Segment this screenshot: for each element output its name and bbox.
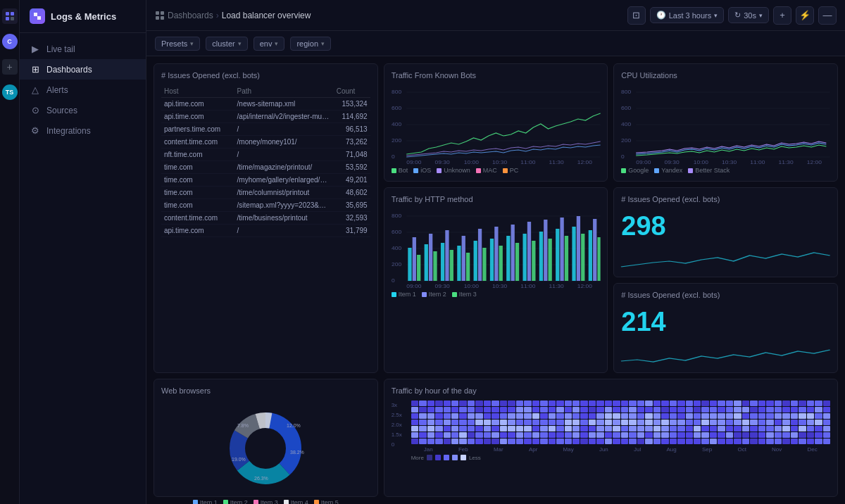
heatmap-cell	[427, 407, 434, 412]
heatmap-cell	[710, 407, 717, 412]
breadcrumb-dashboards-link[interactable]: Dashboards	[168, 11, 213, 20]
table-row[interactable]: api.time.com / 31,799	[161, 225, 370, 237]
svg-text:11:00: 11:00	[751, 159, 766, 165]
heatmap-cell	[701, 401, 708, 406]
heatmap-cell	[823, 432, 830, 438]
sidebar-item-alerts[interactable]: △ Alerts	[20, 80, 146, 100]
heatmap-cell	[419, 420, 426, 425]
hourly-panel: Traffic by hour of the day 3x 2.5x 2.0x …	[384, 379, 838, 497]
table-row[interactable]: time.com /time/magazine/printout/ 53,592	[161, 161, 370, 174]
heatmap-cell	[621, 420, 628, 425]
heatmap-cell	[444, 413, 451, 419]
svg-text:09:30: 09:30	[665, 159, 680, 165]
heatmap-cell	[444, 426, 451, 431]
heatmap-cell	[484, 426, 491, 431]
svg-text:09:00: 09:00	[637, 159, 652, 165]
heatmap-cell	[807, 432, 814, 438]
rail-avatar-ts[interactable]: TS	[2, 84, 18, 100]
table-row[interactable]: api.time.com /api/internal/v2/ingester-m…	[161, 111, 370, 123]
svg-text:0: 0	[392, 277, 395, 284]
svg-rect-53	[412, 237, 415, 281]
cluster-filter[interactable]: cluster ▾	[206, 37, 247, 51]
table-row[interactable]: time.com /time/columnist/printout 48,602	[161, 187, 370, 199]
presets-filter[interactable]: Presets ▾	[155, 37, 200, 51]
heatmap-cell	[799, 401, 806, 406]
svg-text:10:00: 10:00	[463, 159, 479, 165]
heatmap-cell	[580, 420, 587, 425]
table-row[interactable]: partners.time.com / 96,513	[161, 123, 370, 136]
big-num-1-title: # Issues Opened (excl. bots)	[621, 195, 830, 203]
heatmap-cell	[637, 432, 644, 438]
big-num-1-value: 298	[621, 212, 830, 241]
heatmap-cell	[492, 439, 499, 444]
bots-chart: 800 600 400 200 0	[392, 85, 601, 164]
table-row[interactable]: time.com /sitemap.xml?yyyy=2023&mm... 35…	[161, 199, 370, 212]
svg-text:7.8%: 7.8%	[237, 423, 249, 428]
heatmap-cell	[411, 420, 418, 425]
heatmap-cell	[500, 426, 507, 431]
heatmap-cell	[549, 401, 556, 406]
heatmap-cell	[475, 426, 482, 431]
refresh-button[interactable]: ↻ 30s ▾	[728, 7, 769, 23]
heatmap-cell	[589, 426, 596, 431]
svg-rect-59	[445, 230, 449, 281]
svg-rect-80	[560, 218, 563, 281]
heatmap-cell	[605, 420, 612, 425]
time-range-button[interactable]: 🕐 Last 3 hours ▾	[650, 7, 725, 23]
sidebar-item-label: Live tail	[46, 44, 75, 54]
heatmap-cell	[718, 439, 725, 444]
heatmap-cell	[572, 407, 580, 412]
heatmap-cell	[419, 426, 426, 431]
heatmap-cell	[556, 439, 563, 444]
svg-rect-78	[548, 239, 551, 281]
heatmap-cell	[492, 420, 499, 425]
heatmap-cell	[565, 401, 572, 406]
table-row[interactable]: nft.time.com / 71,048	[161, 149, 370, 161]
dashboards-icon: ⊞	[30, 64, 41, 75]
sidebar-item-label: Sources	[46, 106, 77, 115]
heatmap-cell	[451, 439, 458, 444]
heatmap-cell	[516, 439, 523, 444]
heatmap-cell	[532, 413, 539, 419]
svg-text:10:30: 10:30	[492, 283, 508, 289]
heatmap-cell	[823, 407, 830, 412]
heatmap-cell	[694, 413, 701, 419]
heatmap-cell	[629, 401, 636, 406]
heatmap-cell	[661, 401, 668, 406]
monitor-button[interactable]: ⊡	[627, 6, 646, 25]
heatmap-cell	[807, 413, 814, 419]
sidebar-item-sources[interactable]: ⊙ Sources	[20, 100, 146, 120]
heatmap-cell	[492, 432, 499, 438]
sidebar-item-live-tail[interactable]: ▶ Live tail	[20, 39, 146, 59]
add-panel-button[interactable]: +	[773, 6, 791, 25]
heatmap-cell	[791, 407, 798, 412]
more-button[interactable]: —	[818, 6, 837, 25]
heatmap-cell	[596, 413, 603, 419]
table-row[interactable]: api.time.com /news-sitemap.xml 153,324	[161, 98, 370, 111]
refresh-label: 30s	[744, 11, 756, 20]
sidebar-item-dashboards[interactable]: ⊞ Dashboards	[20, 59, 146, 80]
heatmap-cell	[572, 401, 580, 406]
heatmap-cell	[532, 401, 539, 406]
rail-avatar-c[interactable]: C	[2, 34, 18, 49]
heatmap-cell	[549, 413, 556, 419]
sidebar-item-integrations[interactable]: ⚙ Integrations	[20, 120, 146, 141]
svg-text:12:00: 12:00	[577, 283, 592, 289]
rail-add[interactable]: +	[2, 59, 18, 75]
browsers-panel: Web browsers	[154, 379, 378, 497]
heatmap-cell	[468, 426, 475, 431]
env-filter[interactable]: env ▾	[254, 37, 285, 51]
region-filter[interactable]: region ▾	[290, 37, 331, 51]
heatmap-cell	[710, 420, 717, 425]
table-row[interactable]: content.time.com /money/money101/ 73,262	[161, 136, 370, 149]
http-chart: 800 600 400 200 0	[392, 209, 601, 288]
heatmap-cell	[540, 401, 547, 406]
svg-rect-3	[11, 17, 14, 20]
heatmap-cell	[645, 407, 652, 412]
table-row[interactable]: content.time.com /time/business/printout…	[161, 212, 370, 225]
heatmap-cell	[799, 432, 806, 438]
table-row[interactable]: time.com /myhome/gallery/enlarged/pr... …	[161, 174, 370, 187]
star-button[interactable]: ⚡	[796, 6, 814, 25]
heatmap-cell	[484, 420, 491, 425]
heatmap-cell	[435, 413, 442, 419]
